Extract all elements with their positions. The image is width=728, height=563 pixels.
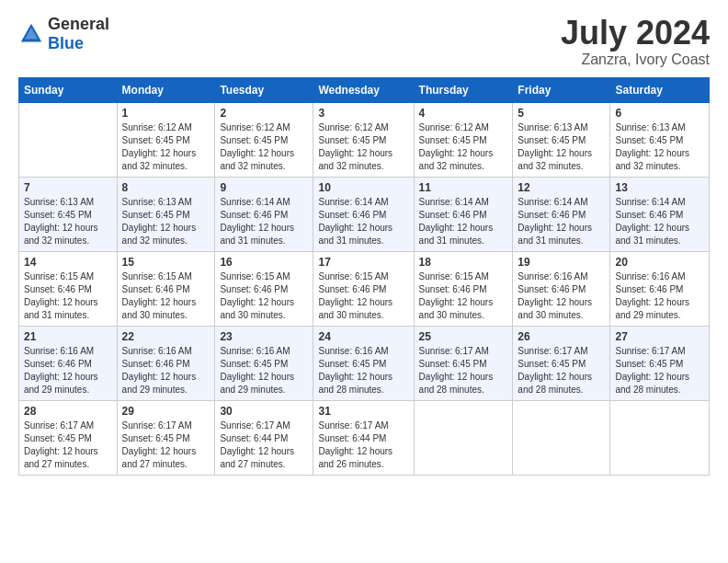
day-number: 21 <box>24 330 112 343</box>
table-row: 14Sunrise: 6:15 AM Sunset: 6:46 PM Dayli… <box>19 251 118 326</box>
calendar-week-3: 14Sunrise: 6:15 AM Sunset: 6:46 PM Dayli… <box>19 251 710 326</box>
table-row: 11Sunrise: 6:14 AM Sunset: 6:46 PM Dayli… <box>414 177 513 251</box>
table-row: 17Sunrise: 6:15 AM Sunset: 6:46 PM Dayli… <box>313 251 414 326</box>
day-info: Sunrise: 6:13 AM Sunset: 6:45 PM Dayligh… <box>518 121 605 173</box>
table-row <box>414 400 513 475</box>
day-info: Sunrise: 6:17 AM Sunset: 6:45 PM Dayligh… <box>615 345 704 396</box>
day-number: 4 <box>419 107 508 120</box>
day-number: 13 <box>615 181 704 194</box>
table-row: 19Sunrise: 6:16 AM Sunset: 6:46 PM Dayli… <box>513 251 610 326</box>
col-wednesday: Wednesday <box>313 77 414 102</box>
table-row <box>513 400 610 475</box>
day-number: 8 <box>122 181 210 194</box>
logo-icon <box>18 21 44 47</box>
calendar-week-2: 7Sunrise: 6:13 AM Sunset: 6:45 PM Daylig… <box>19 177 710 251</box>
day-number: 5 <box>518 107 605 120</box>
day-info: Sunrise: 6:16 AM Sunset: 6:46 PM Dayligh… <box>122 345 210 396</box>
title-block: July 2024 Zanzra, Ivory Coast <box>561 15 710 68</box>
col-sunday: Sunday <box>19 77 118 102</box>
day-number: 24 <box>318 330 408 343</box>
day-number: 30 <box>220 405 308 418</box>
day-info: Sunrise: 6:16 AM Sunset: 6:46 PM Dayligh… <box>24 345 112 396</box>
table-row: 25Sunrise: 6:17 AM Sunset: 6:45 PM Dayli… <box>414 326 513 400</box>
day-info: Sunrise: 6:13 AM Sunset: 6:45 PM Dayligh… <box>615 121 704 173</box>
table-row: 3Sunrise: 6:12 AM Sunset: 6:45 PM Daylig… <box>313 102 414 177</box>
day-info: Sunrise: 6:15 AM Sunset: 6:46 PM Dayligh… <box>318 270 408 322</box>
day-number: 17 <box>318 256 408 269</box>
subtitle: Zanzra, Ivory Coast <box>561 52 710 68</box>
table-row: 20Sunrise: 6:16 AM Sunset: 6:46 PM Dayli… <box>610 251 710 326</box>
day-number: 23 <box>220 330 308 343</box>
day-info: Sunrise: 6:14 AM Sunset: 6:46 PM Dayligh… <box>615 196 704 247</box>
day-info: Sunrise: 6:17 AM Sunset: 6:45 PM Dayligh… <box>419 345 508 396</box>
day-info: Sunrise: 6:12 AM Sunset: 6:45 PM Dayligh… <box>122 121 210 173</box>
day-number: 12 <box>518 181 605 194</box>
table-row <box>19 102 118 177</box>
day-number: 7 <box>24 181 112 194</box>
day-info: Sunrise: 6:17 AM Sunset: 6:44 PM Dayligh… <box>318 419 408 471</box>
day-number: 19 <box>518 256 605 269</box>
day-info: Sunrise: 6:16 AM Sunset: 6:45 PM Dayligh… <box>318 345 408 396</box>
col-monday: Monday <box>117 77 215 102</box>
day-info: Sunrise: 6:14 AM Sunset: 6:46 PM Dayligh… <box>318 196 408 247</box>
table-row: 23Sunrise: 6:16 AM Sunset: 6:45 PM Dayli… <box>215 326 313 400</box>
table-row: 5Sunrise: 6:13 AM Sunset: 6:45 PM Daylig… <box>513 102 610 177</box>
day-number: 3 <box>318 107 408 120</box>
table-row: 2Sunrise: 6:12 AM Sunset: 6:45 PM Daylig… <box>215 102 313 177</box>
day-number: 31 <box>318 405 408 418</box>
day-info: Sunrise: 6:17 AM Sunset: 6:45 PM Dayligh… <box>122 419 210 471</box>
table-row <box>610 400 710 475</box>
day-info: Sunrise: 6:12 AM Sunset: 6:45 PM Dayligh… <box>318 121 408 173</box>
day-info: Sunrise: 6:16 AM Sunset: 6:45 PM Dayligh… <box>220 345 308 396</box>
table-row: 15Sunrise: 6:15 AM Sunset: 6:46 PM Dayli… <box>117 251 215 326</box>
col-tuesday: Tuesday <box>215 77 313 102</box>
day-info: Sunrise: 6:17 AM Sunset: 6:45 PM Dayligh… <box>518 345 605 396</box>
logo: General Blue <box>18 15 109 53</box>
table-row: 28Sunrise: 6:17 AM Sunset: 6:45 PM Dayli… <box>19 400 118 475</box>
day-info: Sunrise: 6:15 AM Sunset: 6:46 PM Dayligh… <box>122 270 210 322</box>
logo-blue: Blue <box>48 34 84 52</box>
day-info: Sunrise: 6:12 AM Sunset: 6:45 PM Dayligh… <box>419 121 508 173</box>
table-row: 6Sunrise: 6:13 AM Sunset: 6:45 PM Daylig… <box>610 102 710 177</box>
col-friday: Friday <box>513 77 610 102</box>
day-number: 27 <box>615 330 704 343</box>
day-number: 18 <box>419 256 508 269</box>
table-row: 16Sunrise: 6:15 AM Sunset: 6:46 PM Dayli… <box>215 251 313 326</box>
day-number: 28 <box>24 405 112 418</box>
col-thursday: Thursday <box>414 77 513 102</box>
table-row: 8Sunrise: 6:13 AM Sunset: 6:45 PM Daylig… <box>117 177 215 251</box>
table-row: 18Sunrise: 6:15 AM Sunset: 6:46 PM Dayli… <box>414 251 513 326</box>
table-row: 26Sunrise: 6:17 AM Sunset: 6:45 PM Dayli… <box>513 326 610 400</box>
day-number: 9 <box>220 181 308 194</box>
day-number: 2 <box>220 107 308 120</box>
table-row: 27Sunrise: 6:17 AM Sunset: 6:45 PM Dayli… <box>610 326 710 400</box>
day-number: 6 <box>615 107 704 120</box>
table-row: 22Sunrise: 6:16 AM Sunset: 6:46 PM Dayli… <box>117 326 215 400</box>
page: General Blue July 2024 Zanzra, Ivory Coa… <box>0 0 728 563</box>
table-row: 24Sunrise: 6:16 AM Sunset: 6:45 PM Dayli… <box>313 326 414 400</box>
day-number: 15 <box>122 256 210 269</box>
table-row: 4Sunrise: 6:12 AM Sunset: 6:45 PM Daylig… <box>414 102 513 177</box>
calendar-week-5: 28Sunrise: 6:17 AM Sunset: 6:45 PM Dayli… <box>19 400 710 475</box>
table-row: 9Sunrise: 6:14 AM Sunset: 6:46 PM Daylig… <box>215 177 313 251</box>
day-number: 20 <box>615 256 704 269</box>
day-number: 16 <box>220 256 308 269</box>
col-saturday: Saturday <box>610 77 710 102</box>
table-row: 21Sunrise: 6:16 AM Sunset: 6:46 PM Dayli… <box>19 326 118 400</box>
day-info: Sunrise: 6:13 AM Sunset: 6:45 PM Dayligh… <box>122 196 210 247</box>
table-row: 29Sunrise: 6:17 AM Sunset: 6:45 PM Dayli… <box>117 400 215 475</box>
day-number: 10 <box>318 181 408 194</box>
day-info: Sunrise: 6:15 AM Sunset: 6:46 PM Dayligh… <box>419 270 508 322</box>
day-info: Sunrise: 6:13 AM Sunset: 6:45 PM Dayligh… <box>24 196 112 247</box>
day-number: 14 <box>24 256 112 269</box>
table-row: 1Sunrise: 6:12 AM Sunset: 6:45 PM Daylig… <box>117 102 215 177</box>
calendar-week-4: 21Sunrise: 6:16 AM Sunset: 6:46 PM Dayli… <box>19 326 710 400</box>
logo-text: General Blue <box>48 15 109 53</box>
day-info: Sunrise: 6:16 AM Sunset: 6:46 PM Dayligh… <box>518 270 605 322</box>
table-row: 13Sunrise: 6:14 AM Sunset: 6:46 PM Dayli… <box>610 177 710 251</box>
header-row: Sunday Monday Tuesday Wednesday Thursday… <box>19 77 710 102</box>
day-info: Sunrise: 6:14 AM Sunset: 6:46 PM Dayligh… <box>220 196 308 247</box>
day-info: Sunrise: 6:16 AM Sunset: 6:46 PM Dayligh… <box>615 270 704 322</box>
day-number: 29 <box>122 405 210 418</box>
day-info: Sunrise: 6:14 AM Sunset: 6:46 PM Dayligh… <box>518 196 605 247</box>
